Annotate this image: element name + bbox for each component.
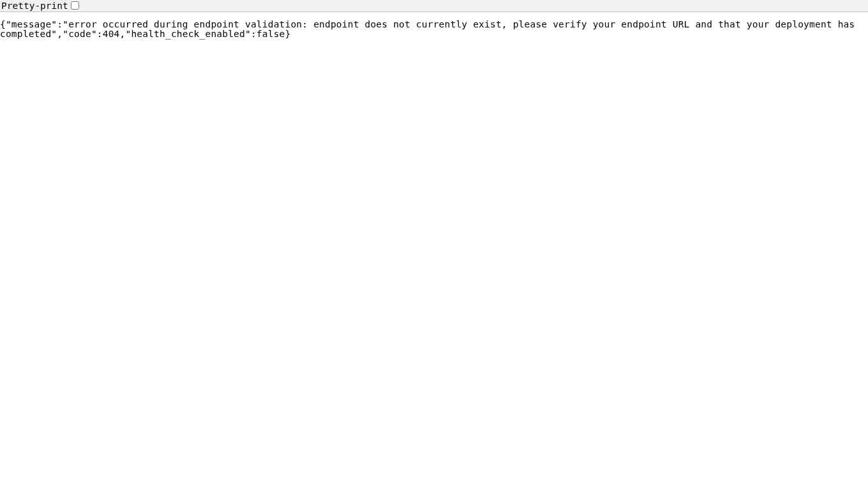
json-response-body: {"message":"error occurred during endpoi… — [0, 12, 868, 39]
pretty-print-label[interactable]: Pretty-print — [1, 1, 79, 11]
pretty-print-checkbox[interactable] — [71, 1, 79, 10]
json-viewer-toolbar: Pretty-print — [0, 0, 868, 12]
pretty-print-text: Pretty-print — [1, 1, 68, 11]
